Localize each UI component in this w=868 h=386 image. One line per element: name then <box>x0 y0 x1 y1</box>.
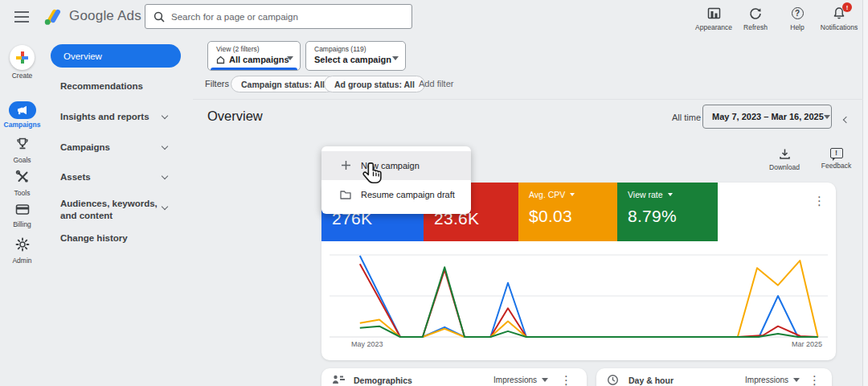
add-filter-button[interactable]: Add filter <box>419 79 453 88</box>
chevron-left-icon <box>843 117 850 123</box>
refresh-button[interactable]: Refresh <box>735 6 776 31</box>
series-avg-cpv-orange <box>360 261 818 337</box>
main-menu-icon[interactable] <box>14 11 29 23</box>
demographics-card: Demographics Impressions ⋮ <box>321 368 587 386</box>
filter-chip-ad-group-status[interactable]: Ad group status: All <box>324 76 425 92</box>
global-search[interactable] <box>145 4 412 29</box>
notification-badge: ! <box>842 2 852 12</box>
x-axis-end-label: Mar 2025 <box>792 340 822 348</box>
create-context-menu: New campaign Resume campaign draft <box>321 146 471 214</box>
search-icon <box>154 11 165 23</box>
hand-cursor-icon <box>362 162 386 187</box>
tools-icon <box>15 170 30 184</box>
download-icon <box>779 148 791 160</box>
filters-label: Filters <box>205 79 229 88</box>
header-divider <box>193 99 863 100</box>
refresh-icon <box>749 6 762 21</box>
feedback-button[interactable]: ! Feedback <box>814 148 858 170</box>
view-filter-dropdown[interactable]: View (2 filters) All campaigns <box>207 41 301 71</box>
performance-line-chart <box>330 245 828 347</box>
rail-item-admin[interactable]: Admin <box>0 237 44 265</box>
demographics-metric-dropdown[interactable]: Impressions <box>493 376 548 386</box>
demographics-icon <box>332 374 345 385</box>
x-axis-start-label: May 2023 <box>351 340 383 348</box>
filter-chip-campaign-status[interactable]: Campaign status: All <box>231 76 335 92</box>
sidebar-item-audiences[interactable]: Audiences, keywords, and content <box>60 198 163 222</box>
trophy-icon <box>15 137 30 151</box>
notifications-button[interactable]: ! Notifications <box>818 6 860 31</box>
active-dropdown-underline <box>211 68 297 70</box>
create-button[interactable]: Create <box>0 45 44 80</box>
scorecard-view-rate[interactable]: View rate 8.79% <box>617 183 718 241</box>
card-menu-kebab-icon[interactable]: ⋮ <box>813 195 825 207</box>
rail-item-goals[interactable]: Goals <box>0 137 44 164</box>
sidebar-item-overview[interactable]: Overview <box>51 44 181 68</box>
plus-icon <box>339 159 352 173</box>
series-views-red <box>360 264 818 337</box>
card-menu-kebab-icon[interactable]: ⋮ <box>560 375 572 386</box>
download-button[interactable]: Download <box>764 148 805 171</box>
clock-icon <box>607 374 619 386</box>
search-input[interactable] <box>171 12 403 22</box>
time-range-label: All time <box>672 113 701 122</box>
topbar-actions: Appearance Refresh ? Help ! Notification… <box>693 6 860 31</box>
sidebar-item-recommendations[interactable]: Recommendations <box>60 81 181 91</box>
megaphone-icon <box>17 105 28 115</box>
google-ads-logo-icon <box>42 6 63 31</box>
day-hour-metric-dropdown[interactable]: Impressions <box>745 376 800 386</box>
appearance-icon <box>707 6 721 21</box>
caret-down-icon <box>793 378 800 382</box>
rail-item-campaigns[interactable]: Campaigns <box>0 101 44 129</box>
brand-title: Google Ads <box>69 8 141 24</box>
feedback-icon: ! <box>830 148 843 158</box>
caret-down-icon <box>392 56 399 60</box>
menu-item-resume-campaign-draft[interactable]: Resume campaign draft <box>321 180 471 209</box>
appearance-button[interactable]: Appearance <box>693 6 735 31</box>
help-button[interactable]: ? Help <box>776 6 818 31</box>
caret-down-icon <box>570 193 575 196</box>
billing-card-icon <box>15 203 30 216</box>
folder-icon <box>339 188 352 202</box>
day-hour-card: Day & hour Impressions ⋮ <box>596 368 832 386</box>
scorecard-avg-cpv[interactable]: Avg. CPV $0.03 <box>518 183 617 241</box>
rail-item-billing[interactable]: Billing <box>0 203 44 228</box>
card-menu-kebab-icon[interactable]: ⋮ <box>809 375 821 386</box>
gear-icon <box>15 237 30 252</box>
help-icon: ? <box>792 6 804 21</box>
page-title: Overview <box>207 109 263 124</box>
date-range-dropdown[interactable]: May 7, 2023 – Mar 16, 2025 <box>702 105 832 129</box>
caret-down-icon <box>542 378 548 382</box>
campaign-select-dropdown[interactable]: Campaigns (119) Select a campaign <box>305 41 406 71</box>
right-edge-strip <box>863 0 868 386</box>
sidebar-item-change-history[interactable]: Change history <box>60 233 181 243</box>
menu-item-new-campaign[interactable]: New campaign <box>321 151 471 180</box>
collapse-panel-button[interactable] <box>844 111 855 122</box>
bell-icon: ! <box>833 6 845 21</box>
series-view-rate-green <box>360 267 818 337</box>
caret-down-icon <box>824 115 830 119</box>
caret-down-icon <box>668 193 673 196</box>
create-plus-icon <box>16 51 28 64</box>
caret-down-icon <box>287 56 293 60</box>
rail-item-tools[interactable]: Tools <box>0 170 44 197</box>
home-icon <box>216 55 225 64</box>
